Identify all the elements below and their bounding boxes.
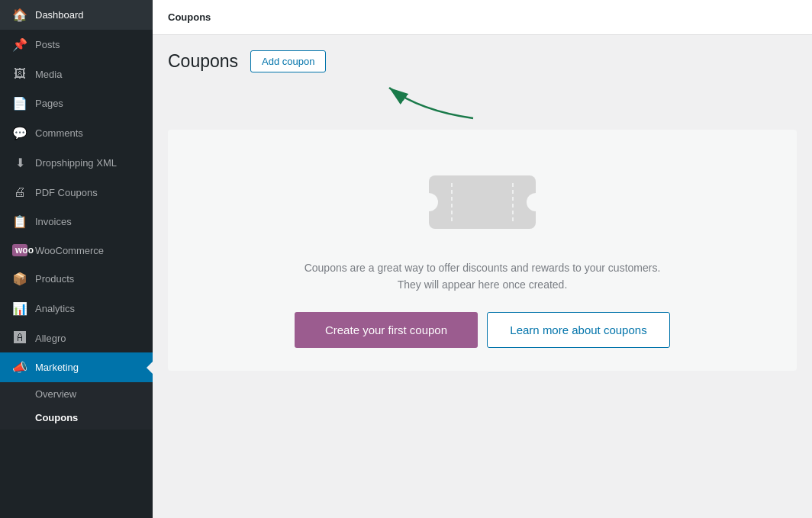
products-icon: 📦: [12, 272, 27, 286]
posts-icon: 📌: [12, 37, 27, 52]
sidebar-item-label: Analytics: [35, 303, 75, 314]
comments-icon: 💬: [12, 126, 27, 140]
sidebar-item-label: Allegro: [35, 333, 66, 344]
sidebar-item-media[interactable]: 🖼 Media: [0, 60, 153, 88]
dropshipping-icon: ⬇: [12, 156, 27, 170]
submenu-item-coupons[interactable]: Coupons: [0, 406, 153, 430]
sidebar-item-dashboard[interactable]: 🏠 Dashboard: [0, 0, 153, 30]
sidebar-item-label: Posts: [35, 39, 60, 50]
sidebar-item-pages[interactable]: 📄 Pages: [0, 88, 153, 118]
sidebar-item-marketing[interactable]: 📣 Marketing: [0, 352, 153, 382]
sidebar-item-label: Dashboard: [35, 9, 84, 21]
topbar-title: Coupons: [168, 11, 211, 23]
content-area: Coupons Add coupon: [153, 35, 812, 518]
sidebar: 🏠 Dashboard 📌 Posts 🖼 Media 📄 Pages 💬 Co…: [0, 0, 153, 518]
sidebar-item-label: Media: [35, 69, 62, 80]
sidebar-item-pdf-coupons[interactable]: 🖨 PDF Coupons: [0, 178, 153, 207]
submenu-item-overview[interactable]: Overview: [0, 382, 153, 406]
sidebar-item-analytics[interactable]: 📊 Analytics: [0, 294, 153, 323]
sidebar-item-products[interactable]: 📦 Products: [0, 264, 153, 294]
sidebar-item-label: Comments: [35, 127, 83, 139]
sidebar-item-label: Invoices: [35, 216, 72, 227]
active-arrow: [147, 362, 153, 374]
overview-label: Overview: [35, 388, 76, 400]
sidebar-item-woocommerce[interactable]: woo WooCommerce: [0, 236, 153, 264]
dashboard-icon: 🏠: [12, 8, 27, 22]
page-header: Coupons Add coupon: [168, 50, 797, 72]
sidebar-item-label: Marketing: [35, 362, 79, 373]
sidebar-item-label: WooCommerce: [35, 245, 104, 256]
main-content: Coupons Coupons Add coupon: [153, 0, 812, 518]
analytics-icon: 📊: [12, 301, 27, 316]
sidebar-item-allegro[interactable]: 🅰 Allegro: [0, 323, 153, 352]
pages-icon: 📄: [12, 96, 27, 111]
sidebar-item-posts[interactable]: 📌 Posts: [0, 30, 153, 60]
sidebar-item-comments[interactable]: 💬 Comments: [0, 118, 153, 148]
media-icon: 🖼: [12, 67, 27, 81]
sidebar-item-invoices[interactable]: 📋 Invoices: [0, 207, 153, 236]
svg-rect-1: [429, 175, 536, 229]
empty-state: Coupons are a great way to offer discoun…: [168, 130, 797, 371]
page-title: Coupons: [168, 51, 238, 72]
sidebar-item-label: PDF Coupons: [35, 187, 98, 198]
topbar: Coupons: [153, 0, 812, 35]
marketing-icon: 📣: [12, 360, 27, 375]
coupons-label: Coupons: [35, 412, 78, 423]
create-coupon-button[interactable]: Create your first coupon: [295, 312, 478, 348]
pdf-coupons-icon: 🖨: [12, 185, 27, 199]
empty-state-description: Coupons are a great way to offer discoun…: [292, 259, 673, 294]
woocommerce-icon: woo: [12, 244, 27, 256]
sidebar-item-label: Products: [35, 273, 74, 285]
arrow-annotation: [374, 80, 527, 122]
add-coupon-button[interactable]: Add coupon: [250, 50, 326, 72]
allegro-icon: 🅰: [12, 331, 27, 345]
sidebar-item-label: Dropshipping XML: [35, 157, 117, 169]
marketing-submenu: Overview Coupons: [0, 382, 153, 430]
sidebar-item-dropshipping[interactable]: ⬇ Dropshipping XML: [0, 148, 153, 178]
sidebar-item-label: Pages: [35, 98, 63, 109]
empty-state-buttons: Create your first coupon Learn more abou…: [295, 312, 670, 348]
learn-more-button[interactable]: Learn more about coupons: [487, 312, 670, 348]
coupon-illustration: [421, 160, 543, 244]
invoices-icon: 📋: [12, 214, 27, 229]
